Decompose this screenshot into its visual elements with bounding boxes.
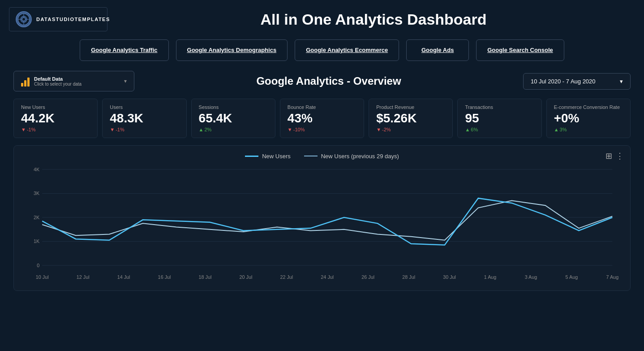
- metric-card-4: Product Revenue $5.26K ▼ -2%: [369, 99, 453, 138]
- svg-text:18 Jul: 18 Jul: [199, 274, 212, 280]
- chart-menu-icon[interactable]: ⋮: [616, 151, 624, 161]
- metric-change: ▲ 6%: [465, 127, 534, 132]
- tab-ads[interactable]: Google Ads: [406, 39, 469, 61]
- metric-label: Sessions: [199, 104, 268, 110]
- metric-card-3: Bounce Rate 43% ▼ -10%: [280, 99, 364, 138]
- metric-label: Users: [110, 104, 179, 110]
- svg-text:16 Jul: 16 Jul: [158, 274, 171, 280]
- metric-value: 43%: [288, 112, 356, 126]
- chart-toolbar: ⊞ ⋮: [605, 151, 624, 161]
- date-range-text: 10 Jul 2020 - 7 Aug 2020: [531, 78, 596, 85]
- metric-value: +0%: [554, 112, 623, 126]
- metric-label: Product Revenue: [376, 104, 445, 110]
- section-title: Google Analytics - Overview: [143, 75, 514, 87]
- dropdown-arrow-icon: ▾: [124, 78, 127, 84]
- bar-chart-icon: [21, 76, 30, 87]
- metric-card-2: Sessions 65.4K ▲ 2%: [191, 99, 275, 138]
- svg-text:2K: 2K: [34, 215, 40, 220]
- controls-bar: Default Data Click to select your data ▾…: [0, 67, 644, 95]
- metric-label: E-commerce Conversion Rate: [554, 104, 623, 110]
- metric-value: 48.3K: [110, 112, 179, 126]
- svg-text:7 Aug: 7 Aug: [606, 274, 619, 280]
- logo-text: DATASTUDIOTEMPLATES: [36, 17, 110, 22]
- chart-svg-wrap: 01K2K3K4K10 Jul12 Jul14 Jul16 Jul18 Jul2…: [23, 165, 621, 282]
- metric-change: ▼ -1%: [110, 127, 179, 132]
- svg-text:1K: 1K: [34, 238, 40, 244]
- tab-ecommerce[interactable]: Google Analytics Ecommerce: [295, 39, 399, 61]
- svg-point-2: [23, 18, 25, 21]
- nav-tabs: Google Analytics Traffic Google Analytic…: [0, 36, 644, 67]
- svg-text:22 Jul: 22 Jul: [280, 274, 293, 280]
- metric-label: Transactions: [465, 104, 534, 110]
- metric-value: $5.26K: [376, 112, 445, 126]
- tab-traffic[interactable]: Google Analytics Traffic: [80, 39, 168, 61]
- metric-value: 44.2K: [21, 112, 90, 126]
- svg-text:30 Jul: 30 Jul: [443, 274, 456, 280]
- svg-text:1 Aug: 1 Aug: [484, 274, 497, 280]
- legend-item-1: New Users (previous 29 days): [304, 153, 399, 160]
- metric-change: ▲ 2%: [199, 127, 268, 132]
- legend-label-1: New Users (previous 29 days): [321, 153, 399, 160]
- metric-change: ▼ -10%: [288, 127, 356, 132]
- legend-line-1: [304, 156, 318, 156]
- tab-search[interactable]: Google Search Console: [476, 39, 564, 61]
- chart-legend: New Users New Users (previous 29 days): [23, 153, 621, 160]
- metric-value: 95: [465, 112, 534, 126]
- metric-value: 65.4K: [199, 112, 268, 126]
- metric-card-6: E-commerce Conversion Rate +0% ▲ 3%: [546, 99, 631, 138]
- svg-text:12 Jul: 12 Jul: [77, 274, 90, 280]
- metric-card-0: New Users 44.2K ▼ -1%: [13, 99, 98, 138]
- svg-point-1: [21, 16, 26, 22]
- svg-text:4K: 4K: [34, 167, 40, 172]
- date-dropdown-arrow-icon: ▾: [620, 78, 623, 85]
- svg-text:20 Jul: 20 Jul: [240, 274, 253, 280]
- legend-label-0: New Users: [262, 153, 291, 160]
- svg-text:10 Jul: 10 Jul: [36, 274, 49, 280]
- logo-icon: [16, 11, 32, 27]
- metric-change: ▼ -1%: [21, 127, 90, 132]
- svg-text:24 Jul: 24 Jul: [321, 274, 334, 280]
- metric-label: New Users: [21, 104, 90, 110]
- header: DATASTUDIOTEMPLATES All in One Analytics…: [0, 0, 644, 36]
- legend-line-0: [245, 156, 258, 157]
- svg-text:3K: 3K: [34, 191, 40, 196]
- chart-area: ⊞ ⋮ New Users New Users (previous 29 day…: [13, 145, 631, 291]
- svg-text:0: 0: [37, 263, 39, 268]
- metrics-row: New Users 44.2K ▼ -1% Users 48.3K ▼ -1% …: [0, 95, 644, 142]
- metric-card-5: Transactions 95 ▲ 6%: [457, 99, 541, 138]
- svg-text:14 Jul: 14 Jul: [117, 274, 130, 280]
- metric-label: Bounce Rate: [288, 104, 356, 110]
- metric-change: ▼ -2%: [376, 127, 445, 132]
- date-selector[interactable]: 10 Jul 2020 - 7 Aug 2020 ▾: [523, 73, 631, 90]
- page-title: All in One Analytics Dashboard: [116, 11, 631, 28]
- svg-text:26 Jul: 26 Jul: [361, 274, 374, 280]
- svg-text:28 Jul: 28 Jul: [402, 274, 415, 280]
- data-selector[interactable]: Default Data Click to select your data ▾: [13, 71, 134, 91]
- tab-demographics[interactable]: Google Analytics Demographics: [176, 39, 288, 61]
- svg-text:3 Aug: 3 Aug: [525, 274, 537, 280]
- data-selector-text: Default Data Click to select your data: [34, 76, 120, 87]
- metric-change: ▲ 3%: [554, 127, 623, 132]
- legend-item-0: New Users: [245, 153, 291, 160]
- metric-card-1: Users 48.3K ▼ -1%: [102, 99, 186, 138]
- chart-type-icon[interactable]: ⊞: [605, 151, 612, 161]
- logo: DATASTUDIOTEMPLATES: [9, 7, 107, 31]
- svg-text:5 Aug: 5 Aug: [566, 274, 578, 280]
